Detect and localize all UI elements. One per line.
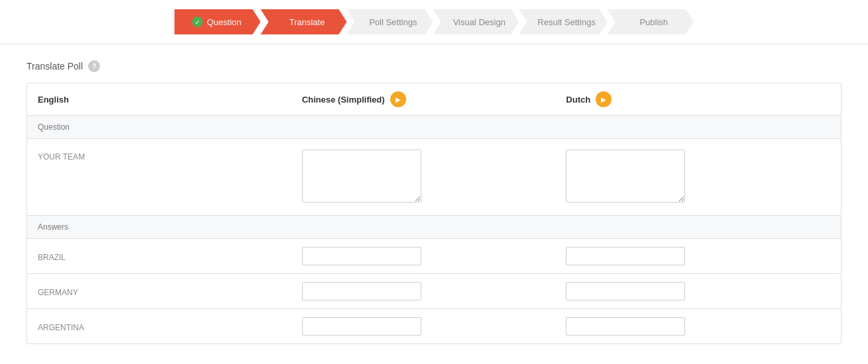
section-answers-section: Answers	[27, 216, 841, 239]
col-header-chinese: Chinese (Simplified)▶	[302, 91, 567, 107]
step-label-poll-settings: Poll Settings	[369, 17, 417, 27]
translate-poll-title: Translate Poll	[27, 61, 83, 71]
step-label-result-settings: Result Settings	[537, 17, 595, 27]
main-content: Translate Poll ? EnglishChinese (Simplif…	[0, 44, 868, 360]
cell-chinese-argentina	[302, 317, 567, 336]
cell-dutch-argentina	[566, 317, 830, 336]
col-label-chinese: Chinese (Simplified)	[302, 95, 385, 105]
row-label-germany: GERMANY	[38, 285, 302, 297]
table-header: EnglishChinese (Simplified)▶Dutch▶	[27, 83, 841, 116]
input-dutch-brazil[interactable]	[566, 247, 685, 265]
translate-table: EnglishChinese (Simplified)▶Dutch▶ Quest…	[27, 83, 841, 344]
step-label-translate: Translate	[289, 17, 325, 27]
cell-dutch-your-team	[566, 150, 830, 205]
cell-chinese-your-team	[302, 150, 567, 205]
section-title-row: Translate Poll ?	[27, 60, 841, 72]
input-dutch-argentina[interactable]	[566, 317, 685, 336]
input-chinese-germany[interactable]	[302, 282, 421, 300]
step-publish[interactable]: Publish	[608, 9, 694, 34]
row-label-your-team: YOUR TEAM	[38, 150, 302, 161]
step-question[interactable]: ✓Question	[174, 9, 260, 34]
help-icon[interactable]: ?	[88, 60, 100, 72]
input-dutch-your-team[interactable]	[566, 150, 685, 203]
step-label-question: Question	[207, 17, 241, 27]
row-label-argentina: ARGENTINA	[38, 320, 302, 332]
cell-chinese-germany	[302, 282, 567, 300]
play-btn-chinese[interactable]: ▶	[390, 91, 406, 107]
row-argentina: ARGENTINA	[27, 309, 841, 343]
input-chinese-brazil[interactable]	[302, 247, 421, 265]
step-label-visual-design: Visual Design	[453, 17, 506, 27]
row-germany: GERMANY	[27, 274, 841, 309]
section-question-section: Question	[27, 116, 841, 139]
cell-dutch-germany	[566, 282, 830, 300]
row-your-team: YOUR TEAM	[27, 139, 841, 216]
step-label-publish: Publish	[639, 17, 668, 27]
row-label-brazil: BRAZIL	[38, 250, 302, 262]
input-chinese-your-team[interactable]	[302, 150, 421, 203]
step-poll-settings[interactable]: Poll Settings	[347, 9, 433, 34]
col-label-dutch: Dutch	[566, 95, 590, 105]
col-label-english: English	[38, 95, 69, 105]
cell-chinese-brazil	[302, 247, 567, 265]
step-translate[interactable]: Translate	[260, 9, 347, 34]
col-header-english: English	[38, 91, 302, 107]
step-visual-design[interactable]: Visual Design	[433, 9, 519, 34]
input-dutch-germany[interactable]	[566, 282, 685, 300]
play-btn-dutch[interactable]: ▶	[596, 91, 612, 107]
stepper-nav: ✓QuestionTranslatePoll SettingsVisual De…	[0, 0, 868, 44]
step-result-settings[interactable]: Result Settings	[519, 9, 607, 34]
cell-dutch-brazil	[566, 247, 830, 265]
col-header-dutch: Dutch▶	[566, 91, 830, 107]
input-chinese-argentina[interactable]	[302, 317, 421, 336]
row-brazil: BRAZIL	[27, 239, 841, 274]
check-icon-question: ✓	[192, 17, 203, 27]
